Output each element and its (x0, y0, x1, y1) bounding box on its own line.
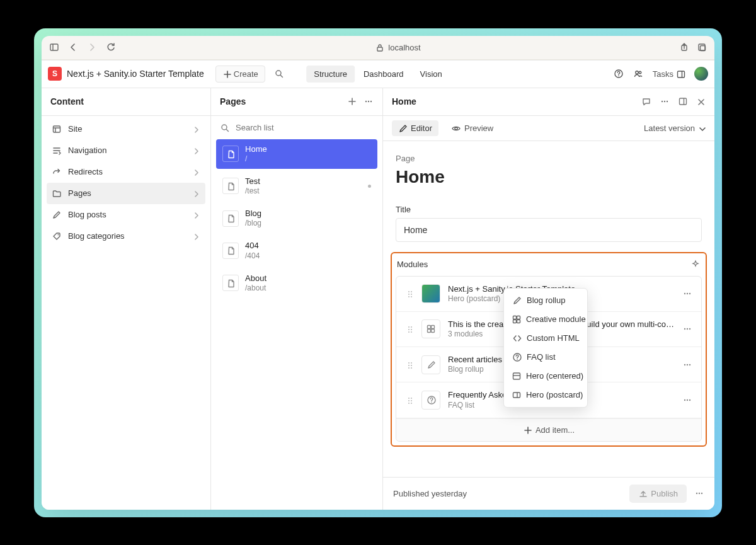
tabs-icon[interactable] (697, 42, 707, 52)
upload-icon (638, 489, 647, 498)
document-view-tabs: Editor Preview Latest version (383, 116, 714, 141)
menu-item-hero-centered[interactable]: Hero (centered) (507, 367, 585, 386)
comments-icon[interactable] (641, 96, 652, 107)
pages-panel-header: Pages (211, 88, 382, 116)
list-item[interactable]: Home / (216, 139, 377, 169)
address-bar[interactable]: localhost (122, 42, 673, 52)
sanity-studio: S Next.js + Sanity.io Starter Template C… (42, 60, 714, 510)
forward-icon[interactable] (87, 42, 97, 52)
pencil-icon (421, 355, 440, 374)
chevron-down-icon (697, 124, 706, 132)
document-footer: Published yesterday Publish (383, 477, 714, 510)
panel-icon (676, 69, 685, 79)
chevron-right-icon (192, 210, 200, 219)
sidebar-toggle-icon[interactable] (49, 42, 59, 52)
sidebar-item-label: Pages (68, 188, 91, 198)
module-type-popover: Blog rollup Creative module Custom HTML (503, 288, 588, 408)
share-icon[interactable] (679, 42, 689, 52)
layout-icon (512, 371, 521, 381)
module-subtitle: FAQ list (448, 401, 511, 410)
sidebar-item-label: Site (68, 124, 82, 134)
version-label: Latest version (644, 123, 695, 133)
help-icon (421, 391, 440, 410)
postcard-icon (512, 390, 521, 400)
sidebar-item-blog-posts[interactable]: Blog posts (47, 204, 205, 226)
module-row-menu-icon[interactable] (682, 289, 692, 299)
back-icon[interactable] (68, 42, 78, 52)
create-button-label: Create (234, 69, 258, 79)
content-panel-header: Content (42, 88, 210, 116)
reload-icon[interactable] (106, 42, 116, 52)
draft-indicator-icon (368, 185, 371, 188)
pages-panel: Pages Home (211, 88, 383, 510)
drag-handle-icon[interactable] (405, 396, 414, 404)
list-item[interactable]: Blog /blog (216, 204, 377, 233)
list-item[interactable]: About /about (216, 268, 377, 298)
page-title: About (245, 273, 266, 284)
title-input[interactable] (396, 218, 702, 242)
search-icon[interactable] (274, 69, 284, 79)
close-icon[interactable] (696, 97, 706, 106)
browser-toolbar: localhost (42, 36, 714, 60)
menu-item-blog-rollup[interactable]: Blog rollup (507, 291, 585, 310)
drag-handle-icon[interactable] (405, 289, 414, 298)
module-title: Frequently Asked (448, 390, 511, 400)
document-icon (222, 210, 239, 227)
tasks-button[interactable]: Tasks (653, 69, 685, 79)
menu-item-custom-html[interactable]: Custom HTML (507, 329, 585, 348)
menu-item-hero-postcard[interactable]: Hero (postcard) (507, 386, 585, 404)
split-pane-icon[interactable] (678, 96, 689, 107)
plus-icon (222, 69, 231, 78)
footer-menu-icon[interactable] (694, 488, 704, 498)
title-field-label: Title (396, 205, 702, 214)
drag-handle-icon[interactable] (405, 360, 414, 369)
ai-assist-icon[interactable] (690, 260, 701, 270)
pencil-icon (52, 210, 62, 220)
module-row-menu-icon[interactable] (682, 395, 692, 405)
avatar[interactable] (694, 67, 708, 81)
lock-icon (374, 42, 384, 52)
tab-structure[interactable]: Structure (306, 66, 355, 83)
pages-panel-title: Pages (220, 96, 246, 106)
search-row (211, 116, 382, 139)
sidebar-item-navigation[interactable]: Navigation (47, 140, 205, 161)
site-icon (52, 124, 62, 134)
sidebar-item-site[interactable]: Site (47, 118, 205, 140)
menu-item-creative-module[interactable]: Creative module (507, 310, 585, 329)
module-row-menu-icon[interactable] (682, 360, 692, 370)
sidebar-item-pages[interactable]: Pages (47, 183, 205, 204)
sidebar-item-label: Redirects (68, 167, 103, 176)
module-row-menu-icon[interactable] (682, 324, 692, 334)
list-item[interactable]: Test /test (216, 171, 377, 201)
content-panel-title: Content (50, 96, 84, 106)
sidebar-item-blog-categories[interactable]: Blog categories (47, 226, 205, 247)
menu-item-faq-list[interactable]: FAQ list (507, 348, 585, 367)
add-page-button[interactable] (347, 96, 357, 106)
document-menu-icon[interactable] (660, 96, 670, 107)
search-input[interactable] (234, 122, 374, 133)
sanity-logo-icon: S (48, 67, 62, 81)
create-button[interactable]: Create (215, 66, 265, 83)
preview-tab[interactable]: Preview (445, 120, 500, 136)
list-item[interactable]: 404 /404 (216, 236, 377, 265)
help-icon[interactable] (614, 69, 624, 79)
publish-button[interactable]: Publish (629, 485, 687, 503)
document-icon (222, 178, 239, 194)
studio-title: Next.js + Sanity.io Starter Template (67, 69, 204, 79)
drag-handle-icon[interactable] (405, 324, 414, 333)
tab-dashboard[interactable]: Dashboard (356, 66, 411, 83)
publish-button-label: Publish (651, 489, 678, 498)
document-title-heading: Home (396, 167, 702, 187)
chevron-right-icon (192, 146, 200, 155)
tag-icon (52, 231, 62, 241)
tab-vision[interactable]: Vision (413, 66, 450, 83)
version-selector[interactable]: Latest version (644, 123, 706, 133)
eye-icon (451, 123, 461, 133)
add-item-button[interactable]: Add item... (396, 418, 701, 441)
search-icon (220, 123, 229, 132)
users-icon[interactable] (633, 69, 644, 79)
sidebar-item-redirects[interactable]: Redirects (47, 161, 205, 183)
help-icon (512, 352, 522, 362)
pages-menu-button[interactable] (364, 96, 374, 106)
editor-tab[interactable]: Editor (392, 120, 438, 136)
